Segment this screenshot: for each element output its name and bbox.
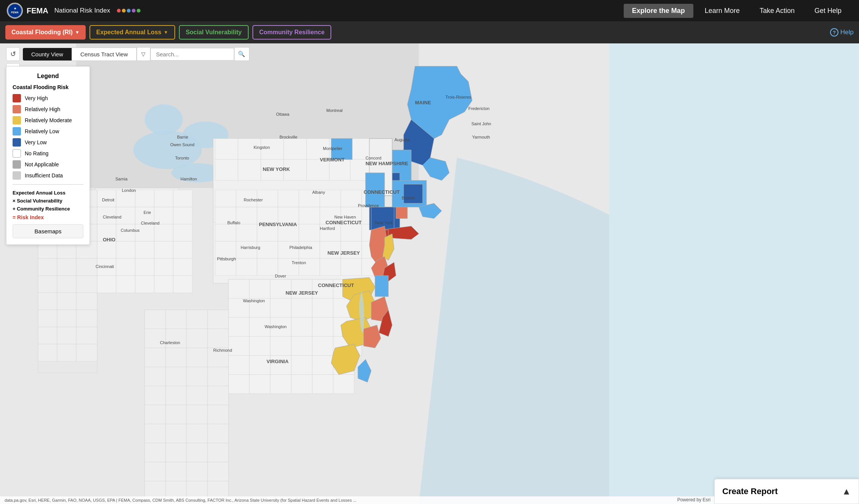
legend-divider: [13, 184, 83, 185]
svg-text:MAINE: MAINE: [415, 100, 431, 105]
svg-rect-39: [215, 241, 236, 258]
svg-rect-121: [57, 293, 76, 310]
svg-rect-32: [236, 224, 257, 241]
svg-rect-182: [166, 367, 187, 386]
rel-high-label: Relatively High: [25, 106, 60, 112]
legend-item-rel-moderate: Relatively Moderate: [13, 116, 83, 124]
annual-loss-filter-button[interactable]: Expected Annual Loss ▼: [89, 25, 175, 40]
svg-rect-18: [278, 190, 299, 207]
explore-map-button[interactable]: Explore the Map: [624, 4, 693, 18]
svg-rect-15: [215, 190, 236, 207]
svg-rect-163: [249, 375, 270, 394]
legend-panel: Legend Coastal Flooding Risk Very High R…: [6, 66, 90, 245]
svg-rect-37: [341, 224, 362, 241]
community-res-filter-button[interactable]: Community Resilience: [252, 25, 332, 40]
svg-text:CONNECTICUT: CONNECTICUT: [318, 282, 354, 288]
svg-text:FEMA: FEMA: [11, 11, 19, 14]
svg-text:Augusta: Augusta: [394, 137, 410, 142]
legend-item-insufficient: Insufficient Data: [13, 171, 83, 180]
svg-rect-153: [291, 337, 312, 356]
svg-rect-59: [173, 190, 192, 207]
svg-rect-40: [236, 241, 257, 258]
svg-rect-79: [173, 258, 192, 276]
search-button[interactable]: 🔍: [234, 47, 249, 61]
svg-rect-73: [154, 241, 173, 258]
svg-rect-42: [278, 241, 299, 258]
svg-rect-142: [312, 298, 333, 317]
svg-text:Yarmouth: Yarmouth: [472, 135, 490, 139]
create-report-panel: Create Report ▲: [714, 479, 859, 504]
learn-more-button[interactable]: Learn More: [696, 4, 748, 18]
svg-rect-190: [166, 405, 187, 424]
svg-rect-120: [38, 293, 57, 310]
svg-text:Charleston: Charleston: [160, 340, 180, 345]
svg-rect-165: [291, 375, 312, 394]
svg-text:PENNSYLVANIA: PENNSYLVANIA: [259, 222, 297, 227]
county-view-button[interactable]: County View: [23, 48, 72, 61]
svg-text:Concord: Concord: [366, 156, 382, 160]
svg-rect-71: [116, 241, 135, 258]
refresh-button[interactable]: ↺: [6, 47, 20, 61]
svg-rect-186: [166, 386, 187, 405]
map-area[interactable]: MAINE PENNSYLVANIA OHIO NEW YORK CONNECT…: [0, 43, 859, 504]
svg-text:New Haven: New Haven: [334, 215, 356, 219]
create-report-title: Create Report: [722, 486, 778, 496]
filter-dropdown-button[interactable]: ▽: [137, 47, 150, 61]
svg-point-0: [8, 4, 22, 18]
hazard-filter-button[interactable]: Coastal Flooding (RI) ▼: [5, 25, 86, 40]
svg-text:VERMONT: VERMONT: [320, 157, 345, 163]
svg-text:Erie: Erie: [144, 210, 151, 215]
census-tract-view-button[interactable]: Census Tract View: [72, 48, 137, 61]
svg-rect-195: [187, 424, 208, 443]
svg-rect-58: [154, 190, 173, 207]
svg-text:Harrisburg: Harrisburg: [241, 245, 260, 250]
svg-rect-127: [57, 327, 76, 344]
take-action-button[interactable]: Take Action: [751, 4, 803, 18]
svg-rect-199: [187, 443, 208, 462]
svg-rect-171: [187, 310, 208, 329]
get-help-button[interactable]: Get Help: [806, 4, 850, 18]
svg-rect-214: [404, 184, 423, 203]
svg-rect-84: [173, 276, 192, 293]
svg-rect-181: [145, 367, 166, 386]
svg-text:Hartford: Hartford: [320, 226, 335, 231]
legend-title: Legend: [13, 73, 83, 80]
svg-rect-126: [38, 327, 57, 344]
svg-rect-152: [270, 337, 291, 356]
map-background: MAINE PENNSYLVANIA OHIO NEW YORK CONNECT…: [0, 43, 859, 504]
not-applicable-label: Not Applicable: [25, 161, 59, 167]
help-button[interactable]: ? Help: [830, 28, 854, 37]
annual-loss-label: Expected Annual Loss: [96, 29, 161, 36]
svg-rect-125: [76, 310, 97, 327]
svg-rect-141: [291, 298, 312, 317]
svg-rect-77: [135, 258, 154, 276]
svg-rect-178: [166, 348, 187, 367]
legend-item-not-applicable: Not Applicable: [13, 160, 83, 169]
basemaps-button[interactable]: Basemaps: [13, 224, 83, 238]
formula-line1: Expected Annual Loss: [13, 189, 83, 197]
svg-text:Barrie: Barrie: [177, 135, 188, 139]
legend-formula: Expected Annual Loss × Social Vulnerabil…: [13, 189, 83, 213]
no-rating-label: No Rating: [25, 150, 48, 156]
search-input[interactable]: [150, 48, 234, 61]
svg-rect-194: [166, 424, 187, 443]
nav-links: Explore the Map Learn More Take Action G…: [624, 4, 859, 18]
svg-rect-193: [145, 424, 166, 443]
svg-rect-129: [38, 344, 57, 361]
social-vuln-filter-button[interactable]: Social Vulnerability: [179, 25, 249, 40]
insufficient-swatch: [13, 171, 21, 180]
svg-rect-191: [187, 405, 208, 424]
svg-rect-169: [145, 310, 166, 329]
svg-rect-176: [208, 329, 228, 348]
svg-rect-173: [145, 329, 166, 348]
svg-rect-183: [187, 367, 208, 386]
svg-rect-116: [76, 258, 97, 276]
svg-rect-184: [208, 367, 228, 386]
create-report-expand-button[interactable]: ▲: [842, 486, 851, 497]
svg-rect-85: [215, 139, 238, 159]
top-navigation: ★ FEMA FEMA National Risk Index Explore …: [0, 0, 859, 21]
svg-rect-49: [257, 258, 278, 276]
svg-rect-159: [291, 356, 312, 375]
svg-text:NEW JERSEY: NEW JERSEY: [327, 250, 360, 256]
help-circle-icon: ?: [830, 28, 838, 37]
